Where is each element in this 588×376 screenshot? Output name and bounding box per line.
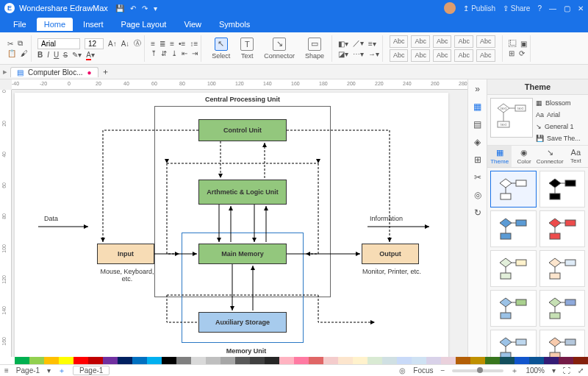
- theme-thumb[interactable]: [490, 210, 537, 247]
- line-spacing-icon[interactable]: ↕≡: [190, 40, 198, 48]
- align-left-icon[interactable]: ≡: [151, 40, 155, 48]
- align-center-icon[interactable]: ≣: [159, 40, 165, 48]
- color-swatch[interactable]: [294, 357, 309, 364]
- color-swatch[interactable]: [368, 357, 382, 364]
- tab-close-icon[interactable]: ●: [87, 68, 91, 77]
- canvas[interactable]: Central Processing Unit Control Unit Art…: [12, 90, 467, 364]
- color-swatch[interactable]: [44, 357, 59, 364]
- control-unit-box[interactable]: Control Unit: [198, 119, 287, 141]
- color-swatch[interactable]: [235, 357, 250, 364]
- color-swatch[interactable]: [485, 357, 500, 364]
- aux-storage-box[interactable]: Auxiliary Storage: [198, 312, 287, 333]
- style-preset[interactable]: Abc: [411, 49, 430, 62]
- style-preset[interactable]: Abc: [433, 35, 452, 48]
- color-swatch[interactable]: [0, 357, 15, 364]
- color-swatch[interactable]: [338, 357, 353, 364]
- decrease-font-icon[interactable]: A↓: [121, 40, 130, 48]
- color-swatch[interactable]: [514, 357, 529, 364]
- italic-icon[interactable]: I: [47, 51, 49, 59]
- paste-icon[interactable]: 📋: [7, 49, 16, 57]
- theme-thumb[interactable]: [490, 171, 537, 207]
- color-swatch[interactable]: [544, 357, 559, 364]
- increase-font-icon[interactable]: A↑: [108, 40, 117, 48]
- rp-tab-color[interactable]: ◉Color: [512, 146, 536, 167]
- align-icon[interactable]: ⊞: [509, 49, 514, 57]
- color-swatch[interactable]: [470, 357, 485, 364]
- theme-thumb[interactable]: [490, 250, 537, 287]
- color-swatch[interactable]: [323, 357, 338, 364]
- minimize-icon[interactable]: —: [549, 4, 556, 13]
- format-painter-icon[interactable]: 🖌: [21, 49, 28, 57]
- zoom-slider[interactable]: [452, 369, 503, 372]
- dock-chevron-icon[interactable]: »: [475, 84, 480, 94]
- color-swatch[interactable]: [529, 357, 544, 364]
- underline-icon[interactable]: U: [54, 51, 59, 59]
- color-swatch[interactable]: [147, 357, 162, 364]
- group-icon[interactable]: ⿺: [509, 40, 516, 48]
- output-box[interactable]: Output: [362, 244, 419, 264]
- outdent-icon[interactable]: ⇥: [192, 49, 198, 57]
- save-theme-option[interactable]: 💾Save The...: [536, 135, 585, 142]
- color-swatch[interactable]: [279, 357, 294, 364]
- color-swatch[interactable]: [309, 357, 323, 364]
- color-swatch[interactable]: [573, 357, 588, 364]
- rp-tab-connector[interactable]: ↘Connector: [537, 146, 564, 167]
- new-tab-button[interactable]: ＋: [101, 66, 110, 77]
- undo-icon[interactable]: ↶: [130, 4, 136, 13]
- style-preset[interactable]: Abc: [390, 49, 409, 62]
- color-swatch[interactable]: [59, 357, 74, 364]
- connector-option[interactable]: ↘General 1: [536, 123, 585, 130]
- theme-thumb[interactable]: [539, 290, 586, 327]
- qat-chevron-icon[interactable]: ▾: [154, 4, 157, 13]
- menu-home[interactable]: Home: [37, 18, 73, 31]
- color-swatch[interactable]: [176, 357, 191, 364]
- color-swatch[interactable]: [382, 357, 397, 364]
- color-swatch[interactable]: [426, 357, 441, 364]
- rotate-icon[interactable]: ⟳: [519, 49, 525, 57]
- style-preset[interactable]: Abc: [411, 35, 430, 48]
- color-swatch[interactable]: [559, 357, 573, 364]
- font-option[interactable]: AaArial: [536, 111, 585, 118]
- color-swatch[interactable]: [250, 357, 265, 364]
- shape-tool[interactable]: ▭Shape: [301, 36, 329, 61]
- zoom-out-icon[interactable]: −: [441, 366, 445, 375]
- font-size-select[interactable]: [85, 38, 104, 49]
- zoom-in-icon[interactable]: ＋: [511, 366, 518, 376]
- strike-icon[interactable]: S̶: [63, 51, 68, 59]
- color-swatch[interactable]: [397, 357, 412, 364]
- highlight-icon[interactable]: ✎▾: [72, 51, 82, 59]
- bullets-icon[interactable]: •≡: [179, 40, 185, 48]
- menu-page-layout[interactable]: Page Layout: [114, 18, 174, 31]
- color-swatch[interactable]: [132, 357, 147, 364]
- rp-tab-theme[interactable]: ▦Theme: [487, 146, 512, 167]
- tabs-chevron-icon[interactable]: ▸: [3, 67, 7, 77]
- text-tool[interactable]: TText: [236, 36, 258, 61]
- bold-icon[interactable]: B: [37, 51, 43, 59]
- publish-button[interactable]: ↥ Publish: [463, 4, 495, 13]
- bring-front-icon[interactable]: ▣: [520, 40, 527, 48]
- style-preset[interactable]: Abc: [476, 49, 495, 62]
- attachments-icon[interactable]: ✂: [474, 172, 481, 182]
- theme-thumb[interactable]: [539, 250, 586, 287]
- page-setup-icon[interactable]: ▤: [473, 119, 481, 130]
- copy-icon[interactable]: ⧉: [18, 39, 23, 48]
- page[interactable]: Central Processing Unit Control Unit Art…: [15, 93, 448, 364]
- shadow-icon[interactable]: ◪▾: [338, 50, 348, 58]
- layers-icon[interactable]: ◈: [474, 137, 481, 147]
- theme-thumb[interactable]: [490, 290, 537, 327]
- cut-icon[interactable]: ✂: [7, 40, 13, 48]
- select-tool[interactable]: ↖Select: [207, 36, 234, 61]
- page-tab[interactable]: Page-1: [73, 366, 110, 375]
- color-swatch[interactable]: [88, 357, 103, 364]
- style-preset[interactable]: Abc: [454, 35, 473, 48]
- main-memory-box[interactable]: Main Memory: [198, 244, 287, 264]
- theme-thumb[interactable]: [539, 171, 586, 207]
- clear-format-icon[interactable]: Ⓐ: [134, 38, 141, 49]
- fullscreen-icon[interactable]: ⤢: [578, 366, 584, 375]
- color-swatch[interactable]: [412, 357, 426, 364]
- blossom-option[interactable]: ▦Blossom: [536, 99, 585, 107]
- add-page-button[interactable]: ＋: [58, 366, 65, 376]
- page-options-icon[interactable]: ▾: [47, 366, 51, 375]
- line-icon[interactable]: ／▾: [353, 38, 364, 49]
- maximize-icon[interactable]: ▢: [564, 4, 570, 13]
